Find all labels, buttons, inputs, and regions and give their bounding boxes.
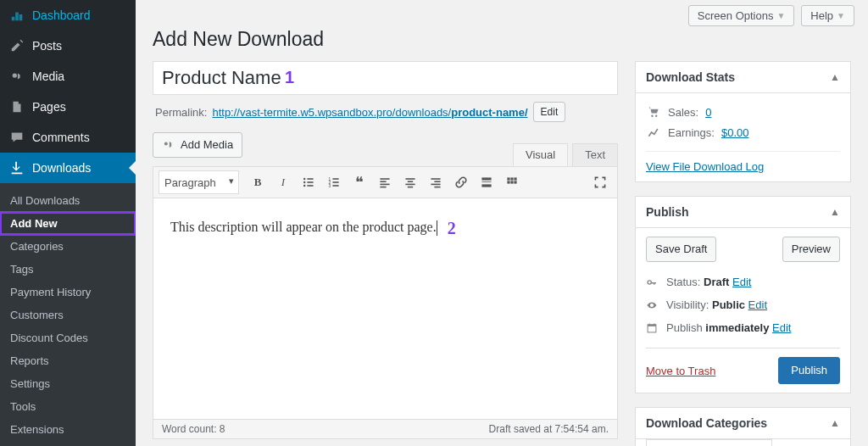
main-content: Screen Options▼ Help▼ Add New Download 1… [136,0,868,446]
annotation-callout-2: 2 [448,219,456,237]
text-cursor [437,220,437,236]
svg-rect-5 [307,181,313,183]
downloads-icon [8,159,25,176]
tab-text[interactable]: Text [572,143,618,166]
toolbar-toggle-button[interactable] [500,170,524,194]
move-to-trash-link[interactable]: Move to Trash [646,365,715,377]
sidebar-item-pages[interactable]: Pages [0,92,136,122]
sales-value-link[interactable]: 0 [705,106,711,119]
earnings-label: Earnings: [668,126,715,139]
view-log-link[interactable]: View File Download Log [646,151,840,173]
sidebar-item-label: Dashboard [32,8,91,22]
editor-footer: Word count: 8 Draft saved at 7:54:54 am. [153,420,618,439]
numbered-list-button[interactable]: 123 [322,170,346,194]
svg-point-36 [655,115,657,117]
svg-point-37 [648,280,651,283]
svg-rect-30 [510,177,513,180]
submenu-item-tools[interactable]: Tools [0,395,136,418]
sidebar-item-comments[interactable]: Comments [0,122,136,153]
help-button[interactable]: Help▼ [801,5,854,26]
permalink-link[interactable]: http://vast-termite.w5.wpsandbox.pro/dow… [212,106,527,119]
sidebar-item-label: Comments [32,131,90,144]
submenu-item-tags[interactable]: Tags [0,258,136,281]
side-column: Download Stats ▲ Sales: 0 Earnings: $0.0… [635,61,851,431]
tab-all-categories[interactable]: All Download Categories [646,439,772,446]
edit-slug-button[interactable]: Edit [533,102,566,122]
align-left-button[interactable] [373,170,397,194]
chevron-down-icon: ▼ [837,11,845,20]
post-title-input[interactable] [153,61,618,95]
svg-rect-23 [434,181,440,182]
submenu-item-categories[interactable]: Categories [0,235,136,258]
pages-icon [8,98,25,115]
sidebar-item-label: Downloads [32,161,91,175]
preview-button[interactable]: Preview [782,237,840,262]
submenu-item-add-new[interactable]: Add New [0,212,136,235]
svg-rect-11 [332,181,338,183]
editor-column: 1 Permalink: http://vast-termite.w5.wpsa… [153,61,618,431]
read-more-button[interactable] [475,170,498,194]
chevron-down-icon: ▼ [776,11,785,20]
submenu-item-all-downloads[interactable]: All Downloads [0,189,136,212]
align-right-button[interactable] [424,170,448,194]
svg-point-6 [303,185,305,187]
calendar-icon [646,322,659,334]
edit-visibility-link[interactable]: Edit [748,298,767,311]
chevron-up-icon: ▲ [830,206,840,218]
sidebar-submenu: All Downloads Add New Categories Tags Pa… [0,183,136,446]
svg-rect-20 [405,184,415,186]
submenu-item-discount-codes[interactable]: Discount Codes [0,326,136,349]
svg-rect-25 [434,187,440,188]
edit-status-link[interactable]: Edit [732,276,751,288]
status-label: Status: [666,276,700,288]
svg-point-4 [303,181,305,183]
download-stats-box: Download Stats ▲ Sales: 0 Earnings: $0.0… [635,61,851,182]
media-icon [8,68,25,85]
annotation-callout-1: 1 [285,68,294,87]
topbar: Screen Options▼ Help▼ [136,0,868,26]
editor-body[interactable]: This description will appear on the prod… [153,198,617,419]
svg-rect-21 [408,187,413,188]
editor-text: This description will appear on the prod… [170,220,437,234]
metabox-header[interactable]: Download Stats ▲ [636,62,850,93]
save-draft-button[interactable]: Save Draft [646,237,716,262]
submenu-item-extensions[interactable]: Extensions [0,418,136,441]
submenu-item-settings[interactable]: Settings [0,372,136,395]
sales-label: Sales: [668,106,698,119]
bold-button[interactable]: B [246,170,270,194]
tab-most-used[interactable]: Most Used [772,439,836,446]
svg-rect-9 [332,178,338,180]
svg-rect-33 [510,181,513,183]
svg-text:3: 3 [329,184,331,188]
format-select[interactable]: Paragraph [159,170,239,194]
submenu-item-reports[interactable]: Reports [0,349,136,372]
align-center-button[interactable] [398,170,422,194]
submenu-item-payment-history[interactable]: Payment History [0,281,136,304]
edit-publish-link[interactable]: Edit [772,321,791,334]
fullscreen-button[interactable] [588,170,612,194]
sidebar-item-downloads[interactable]: Downloads [0,153,136,183]
sidebar-item-posts[interactable]: Posts [0,31,136,61]
svg-rect-31 [514,177,516,180]
submenu-item-customers[interactable]: Customers [0,304,136,326]
metabox-header[interactable]: Download Categories ▲ [636,408,850,439]
visibility-label: Visibility: [666,298,709,311]
metabox-header[interactable]: Publish ▲ [636,197,850,228]
sidebar-item-media[interactable]: Media [0,61,136,92]
publish-label: Publish [666,321,703,334]
dashboard-icon [8,7,25,24]
italic-button[interactable]: I [271,170,295,194]
svg-rect-27 [481,181,491,182]
sidebar-item-label: Posts [32,39,62,53]
tab-visual[interactable]: Visual [513,143,568,166]
earnings-value-link[interactable]: $0.00 [721,126,749,139]
bulleted-list-button[interactable] [297,170,320,194]
sidebar-item-dashboard[interactable]: Dashboard [0,0,136,31]
blockquote-button[interactable]: ❝ [348,170,371,194]
add-media-button[interactable]: Add Media [153,132,242,158]
svg-rect-22 [431,178,440,180]
screen-options-button[interactable]: Screen Options▼ [688,5,795,26]
cart-icon [646,105,661,119]
link-button[interactable] [449,170,473,194]
publish-button[interactable]: Publish [778,357,840,384]
